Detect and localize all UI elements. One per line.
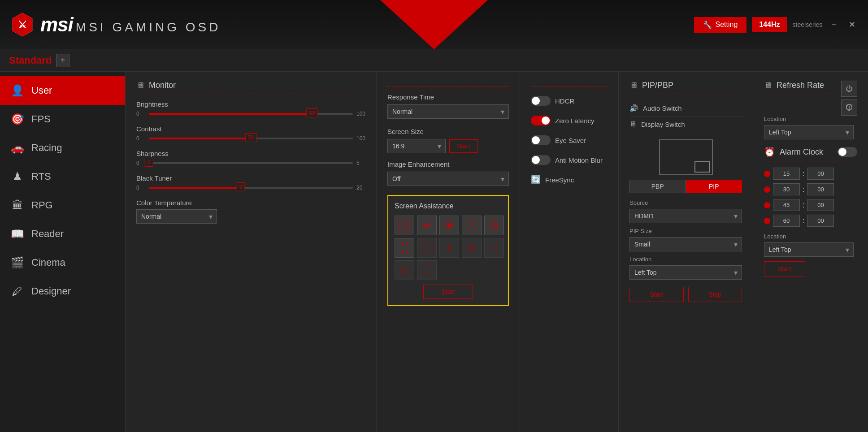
crosshair-icon-8[interactable]: [439, 238, 459, 258]
screen-size-label: Screen Size: [387, 128, 509, 135]
alarm-hour-4[interactable]: 60153045: [773, 215, 800, 227]
alarm-colon-1: :: [803, 170, 804, 178]
crosshair-icon-3[interactable]: [439, 216, 459, 235]
tab-add-button[interactable]: +: [56, 54, 69, 67]
sidebar-item-rts[interactable]: ♟ RTS: [0, 162, 125, 191]
eye-saver-toggle[interactable]: [531, 135, 551, 145]
alarm-hour-1[interactable]: 15304560: [773, 168, 800, 180]
sharpness-track[interactable]: 0: [149, 162, 353, 164]
tab-standard-label[interactable]: Standard: [9, 55, 52, 66]
refresh-location-select-wrapper[interactable]: Left Top Right Top Left Bottom Right Bot…: [764, 125, 854, 139]
anti-motion-blur-toggle[interactable]: [531, 155, 551, 165]
sidebar-label-cinema: Cinema: [31, 257, 65, 268]
black-tuner-label: Black Tuner: [136, 174, 365, 182]
crosshair-icon-9[interactable]: [462, 238, 482, 258]
response-time-select[interactable]: Normal Fast Fastest: [387, 104, 509, 119]
refresh-location-select[interactable]: Left Top Right Top Left Bottom Right Bot…: [764, 125, 854, 139]
black-tuner-track[interactable]: 9: [149, 187, 353, 189]
screen-size-select[interactable]: 16:9 4:3 1:1: [387, 139, 446, 153]
pip-switches: 🔊 Audio Switch 🖥 Display Switch: [629, 100, 742, 132]
brightness-track[interactable]: 80: [149, 113, 353, 115]
sidebar-item-user[interactable]: 👤 User: [0, 76, 125, 105]
pip-size-select-wrapper[interactable]: Small Medium Large: [629, 237, 742, 251]
crosshair-icon-1[interactable]: [395, 216, 414, 235]
audio-switch-icon: 🔊: [629, 104, 638, 112]
svg-point-43: [404, 269, 405, 271]
crosshair-icon-11[interactable]: [395, 260, 414, 280]
pip-preview: [659, 139, 713, 175]
alarm-minute-3[interactable]: 00153045: [807, 199, 834, 211]
alarm-dot-3: [764, 202, 770, 208]
setting-button[interactable]: 🔧 Setting: [694, 17, 747, 33]
freesync-icon: 🔄: [531, 175, 541, 185]
pip-stop-button[interactable]: Stop: [688, 287, 742, 302]
alarm-minute-2[interactable]: 00153045: [807, 183, 834, 195]
crosshair-icon-12[interactable]: [417, 260, 437, 280]
alarm-start-button[interactable]: Start: [764, 261, 805, 276]
crosshair-icon-4[interactable]: [462, 216, 482, 235]
pip-location-select[interactable]: Left Top Right Top Left Bottom Right Bot…: [629, 265, 742, 280]
alarm-dot-1: [764, 171, 770, 177]
brightness-slider-row: 0 80 100: [136, 111, 365, 117]
crosshair-icon-5[interactable]: [484, 216, 504, 235]
crosshair-grid: [395, 216, 502, 280]
minimize-button[interactable]: −: [828, 18, 840, 31]
gaming-osd-text: MSI GAMING OSD: [76, 20, 221, 35]
sidebar-item-rpg[interactable]: 🏛 RPG: [0, 191, 125, 220]
brightness-min: 0: [136, 111, 145, 117]
image-enhancement-select-wrapper[interactable]: Off Weak Medium Strong Strongest: [387, 172, 509, 186]
alarm-location-select[interactable]: Left Top Right Top Left Bottom Right Bot…: [764, 242, 854, 257]
pbp-tab[interactable]: PBP: [629, 180, 686, 193]
screen-size-start-button[interactable]: Start: [449, 139, 478, 153]
hdcr-toggle-knob: [532, 97, 540, 105]
image-enhancement-select[interactable]: Off Weak Medium Strong Strongest: [387, 172, 509, 186]
pip-source-select[interactable]: HDMI1 HDMI2 DP USB-C: [629, 209, 742, 223]
refresh-rate-title-text: Refresh Rate: [777, 81, 824, 90]
crosshair-icon-7[interactable]: [417, 238, 437, 258]
black-tuner-slider-row: 0 9 20: [136, 185, 365, 191]
crosshair-icon-10[interactable]: [484, 238, 504, 258]
sidebar-item-fps[interactable]: 🎯 FPS: [0, 105, 125, 134]
crosshair-icon-6[interactable]: [395, 238, 414, 258]
pip-size-select[interactable]: Small Medium Large: [629, 237, 742, 251]
pip-tab[interactable]: PIP: [686, 180, 742, 193]
color-temp-select[interactable]: Normal Warm Cool User: [136, 209, 217, 224]
power-off-button[interactable]: ⏼: [841, 99, 857, 116]
alarm-hour-2[interactable]: 30154560: [773, 183, 800, 195]
zero-latency-label: Zero Latency: [555, 117, 595, 125]
alarm-hour-3[interactable]: 45153060: [773, 199, 800, 211]
sidebar-item-designer[interactable]: 🖊 Designer: [0, 277, 125, 306]
pip-pbp-panel-title: 🖥 PIP/PBP: [629, 81, 742, 94]
crosshair-icon-2[interactable]: [417, 216, 437, 235]
screen-assistance-start-button[interactable]: Start: [423, 285, 473, 299]
color-temp-select-wrapper[interactable]: Normal Warm Cool User: [136, 209, 217, 224]
sidebar-item-cinema[interactable]: 🎬 Cinema: [0, 248, 125, 277]
alarm-minute-1[interactable]: 00153045: [807, 168, 834, 180]
contrast-value: 50: [245, 133, 256, 142]
close-button[interactable]: ✕: [845, 18, 859, 31]
alarm-clock-toggle[interactable]: [838, 147, 857, 157]
power-on-button[interactable]: ⏻: [841, 81, 857, 97]
response-time-select-wrapper[interactable]: Normal Fast Fastest: [387, 104, 509, 119]
racing-icon: 🚗: [11, 142, 24, 154]
contrast-label: Contrast: [136, 125, 365, 133]
pip-location-select-wrapper[interactable]: Left Top Right Top Left Bottom Right Bot…: [629, 265, 742, 280]
sidebar-item-racing[interactable]: 🚗 Racing: [0, 134, 125, 162]
user-icon: 👤: [11, 84, 24, 97]
svg-point-38: [496, 244, 498, 246]
zero-latency-toggle[interactable]: [531, 116, 551, 125]
hdcr-toggle[interactable]: [531, 96, 551, 106]
eye-saver-toggle-row: Eye Saver: [531, 135, 608, 145]
sidebar-item-reader[interactable]: 📖 Reader: [0, 220, 125, 248]
steelseries-logo: steelseries: [793, 21, 823, 28]
sidebar-label-rts: RTS: [31, 171, 51, 182]
svg-point-16: [468, 228, 469, 229]
alarm-location-select-wrapper[interactable]: Left Top Right Top Left Bottom Right Bot…: [764, 242, 854, 257]
pip-start-button[interactable]: Start: [629, 287, 684, 302]
svg-rect-2: [399, 220, 410, 231]
alarm-minute-4[interactable]: 00153045: [807, 215, 834, 227]
pip-pbp-icon: 🖥: [629, 81, 638, 90]
contrast-track[interactable]: 50: [149, 138, 353, 139]
screen-size-select-wrapper[interactable]: 16:9 4:3 1:1: [387, 139, 446, 153]
pip-source-select-wrapper[interactable]: HDMI1 HDMI2 DP USB-C: [629, 209, 742, 223]
